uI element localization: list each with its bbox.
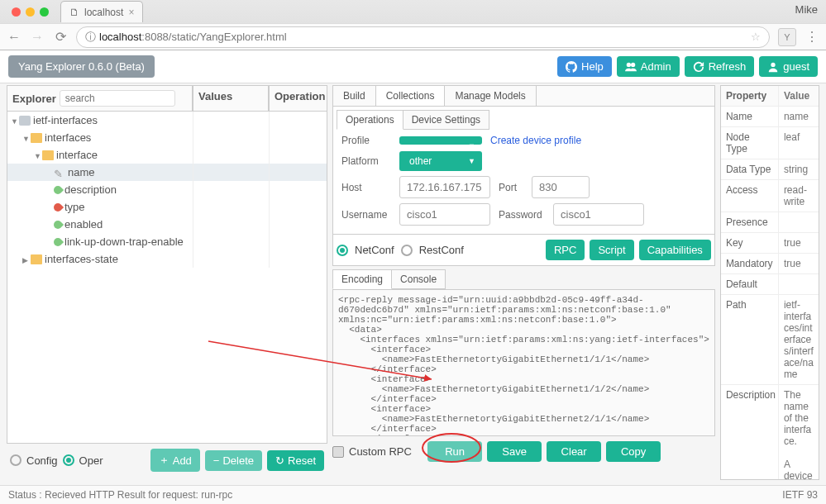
- tree-row[interactable]: interfaces-state: [7, 250, 327, 268]
- tree-value: [193, 164, 270, 181]
- property-value: [779, 212, 819, 232]
- add-button[interactable]: ＋Add: [150, 449, 200, 472]
- property-row: Node Typeleaf: [721, 127, 819, 159]
- info-icon[interactable]: ⓘ: [85, 30, 96, 45]
- address-bar[interactable]: ⓘ localhost :8088/static/YangExplorer.ht…: [76, 26, 770, 48]
- tree-row[interactable]: ietf-interfaces: [7, 112, 327, 129]
- copy-button[interactable]: Copy: [606, 441, 661, 462]
- config-radio[interactable]: [10, 454, 21, 466]
- help-button[interactable]: Help: [557, 56, 612, 77]
- leaf-icon: [52, 183, 64, 195]
- subtab-device-settings[interactable]: Device Settings: [403, 110, 489, 130]
- tree-value: [193, 198, 270, 216]
- reload-icon[interactable]: ⟳: [53, 29, 68, 45]
- console-output[interactable]: <rpc-reply message-id="urn:uuid:a9bbdb2d…: [332, 289, 715, 436]
- create-profile-link[interactable]: Create device profile: [490, 135, 581, 146]
- password-label: Password: [499, 209, 545, 221]
- tree-value: [193, 146, 270, 164]
- mod-icon: [19, 116, 31, 126]
- property-value: [779, 274, 819, 294]
- property-row: Presence: [721, 212, 819, 233]
- tree-row[interactable]: name: [7, 164, 327, 181]
- tree-row[interactable]: enabled: [7, 216, 327, 233]
- tree-value: [193, 233, 270, 250]
- netconf-label: NetConf: [355, 244, 394, 256]
- tree-label: description: [64, 183, 117, 196]
- property-row: Default: [721, 274, 819, 295]
- status-text: Status : Recieved HTTP Result for reques…: [8, 489, 232, 501]
- tree-row[interactable]: description: [7, 181, 327, 198]
- host-input[interactable]: [399, 176, 490, 198]
- save-button[interactable]: Save: [487, 441, 542, 462]
- property-header: Property: [721, 86, 779, 106]
- delete-button[interactable]: −Delete: [205, 450, 262, 471]
- tab-title: localhost: [84, 7, 123, 18]
- oper-radio[interactable]: [63, 454, 74, 466]
- leaf-icon: [52, 235, 64, 247]
- status-right: IETF 93: [782, 489, 818, 501]
- property-key: Path: [721, 295, 779, 384]
- platform-select[interactable]: other: [399, 151, 482, 171]
- property-key: Description: [721, 385, 779, 480]
- search-input[interactable]: [60, 90, 175, 107]
- menu-icon[interactable]: ⋮: [805, 29, 819, 45]
- netconf-radio[interactable]: [337, 245, 348, 256]
- tab-encoding[interactable]: Encoding: [332, 269, 392, 289]
- tab-build[interactable]: Build: [333, 86, 376, 106]
- browser-tab[interactable]: 🗋 localhost ×: [60, 1, 143, 22]
- rpc-button[interactable]: RPC: [546, 240, 585, 260]
- key-icon: [54, 168, 65, 178]
- property-value: true: [779, 254, 819, 273]
- username-input[interactable]: [399, 203, 490, 226]
- guest-button[interactable]: guest: [759, 56, 818, 77]
- extension-icon[interactable]: Y: [778, 28, 796, 46]
- window-min-icon[interactable]: [26, 7, 35, 17]
- subtab-operations[interactable]: Operations: [337, 110, 403, 130]
- refresh-button[interactable]: Refresh: [685, 56, 755, 77]
- property-value: true: [779, 233, 819, 253]
- users-icon: [625, 61, 637, 73]
- tab-manage-models[interactable]: Manage Models: [445, 86, 536, 106]
- port-label: Port: [499, 182, 523, 193]
- user-icon: [767, 61, 779, 73]
- custom-rpc-checkbox[interactable]: [332, 446, 344, 458]
- password-input[interactable]: [553, 203, 644, 226]
- leaf-icon: [52, 218, 64, 230]
- profile-select[interactable]: [399, 136, 482, 145]
- tree-row[interactable]: type: [7, 198, 327, 216]
- tree-row[interactable]: interface: [7, 146, 327, 164]
- window-max-icon[interactable]: [40, 7, 49, 17]
- tab-console[interactable]: Console: [391, 269, 446, 289]
- tree-row[interactable]: interfaces: [7, 129, 327, 146]
- clear-button[interactable]: Clear: [547, 441, 601, 462]
- property-row: Namename: [721, 107, 819, 127]
- tab-collections[interactable]: Collections: [376, 86, 446, 106]
- script-button[interactable]: Script: [590, 240, 633, 260]
- close-icon[interactable]: ×: [128, 7, 134, 18]
- capabilities-button[interactable]: Capabilities: [639, 240, 711, 260]
- tree-value: [193, 250, 270, 268]
- restconf-radio[interactable]: [401, 245, 413, 256]
- profile-label: Profile: [341, 135, 391, 146]
- fold-icon: [42, 150, 54, 160]
- url-host: localhost: [99, 31, 141, 43]
- bookmark-icon[interactable]: ☆: [751, 31, 761, 43]
- fold-icon: [31, 254, 42, 264]
- property-key: Presence: [721, 212, 779, 232]
- back-icon[interactable]: ←: [7, 30, 21, 45]
- run-button[interactable]: Run: [427, 441, 482, 462]
- property-key: Data Type: [721, 159, 779, 179]
- port-input[interactable]: [532, 176, 590, 198]
- window-close-icon[interactable]: [12, 7, 21, 17]
- profile-label[interactable]: Mike: [795, 3, 818, 16]
- property-row: Pathietf-interfaces/interfaces/interface…: [721, 295, 819, 385]
- tree-row[interactable]: link-up-down-trap-enable: [7, 233, 327, 250]
- restconf-label: RestConf: [419, 244, 464, 256]
- reset-button[interactable]: ↻Reset: [267, 450, 324, 471]
- refresh-icon: [693, 61, 704, 73]
- admin-button[interactable]: Admin: [617, 56, 680, 77]
- app-title: Yang Explorer 0.6.0 (Beta): [8, 55, 155, 78]
- platform-label: Platform: [341, 155, 391, 167]
- explorer-header: Explorer: [12, 93, 56, 105]
- tree-value: [193, 129, 270, 146]
